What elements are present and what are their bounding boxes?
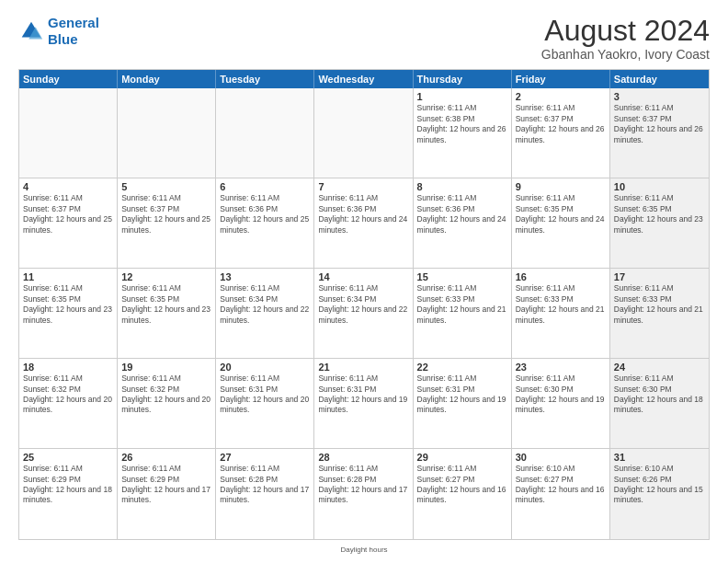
day-number: 30 (516, 452, 606, 463)
day-info: Sunrise: 6:11 AMSunset: 6:27 PMDaylight:… (417, 464, 507, 506)
calendar-header-cell: Saturday (610, 70, 709, 88)
calendar-header-cell: Friday (512, 70, 610, 88)
calendar-header-cell: Sunday (19, 70, 118, 88)
day-number: 20 (220, 362, 310, 373)
calendar-body: 1Sunrise: 6:11 AMSunset: 6:38 PMDaylight… (19, 88, 709, 539)
day-number: 11 (23, 271, 113, 282)
calendar-cell: 29Sunrise: 6:11 AMSunset: 6:27 PMDayligh… (414, 449, 512, 539)
day-number: 13 (220, 271, 310, 282)
day-info: Sunrise: 6:11 AMSunset: 6:30 PMDaylight:… (516, 373, 606, 416)
day-info: Sunrise: 6:11 AMSunset: 6:31 PMDaylight:… (417, 373, 507, 416)
calendar-cell: 17Sunrise: 6:11 AMSunset: 6:33 PMDayligh… (610, 269, 709, 358)
day-number: 18 (23, 362, 113, 373)
calendar-cell: 27Sunrise: 6:11 AMSunset: 6:28 PMDayligh… (216, 449, 314, 539)
day-number: 22 (417, 362, 507, 373)
day-info: Sunrise: 6:11 AMSunset: 6:36 PMDaylight:… (220, 193, 310, 236)
calendar-cell: 4Sunrise: 6:11 AMSunset: 6:37 PMDaylight… (19, 178, 118, 268)
day-number: 19 (121, 362, 211, 373)
calendar-cell: 13Sunrise: 6:11 AMSunset: 6:34 PMDayligh… (216, 269, 314, 358)
day-number: 2 (516, 91, 606, 102)
day-number: 25 (23, 452, 113, 463)
day-info: Sunrise: 6:11 AMSunset: 6:33 PMDaylight:… (417, 283, 507, 326)
logo-icon (18, 18, 44, 44)
day-number: 3 (614, 91, 705, 102)
calendar-cell: 12Sunrise: 6:11 AMSunset: 6:35 PMDayligh… (118, 269, 216, 358)
calendar-cell: 21Sunrise: 6:11 AMSunset: 6:31 PMDayligh… (314, 359, 413, 448)
day-number: 29 (417, 452, 507, 463)
day-number: 5 (121, 181, 211, 192)
calendar-header-cell: Monday (118, 70, 216, 88)
day-info: Sunrise: 6:11 AMSunset: 6:35 PMDaylight:… (614, 193, 705, 236)
calendar-cell: 22Sunrise: 6:11 AMSunset: 6:31 PMDayligh… (414, 359, 512, 448)
day-info: Sunrise: 6:11 AMSunset: 6:28 PMDaylight:… (220, 464, 310, 506)
calendar-cell (118, 88, 216, 178)
day-number: 9 (516, 181, 606, 192)
day-number: 8 (417, 181, 507, 192)
calendar-row: 18Sunrise: 6:11 AMSunset: 6:32 PMDayligh… (19, 359, 709, 449)
day-info: Sunrise: 6:11 AMSunset: 6:37 PMDaylight:… (23, 193, 113, 236)
day-info: Sunrise: 6:10 AMSunset: 6:27 PMDaylight:… (516, 464, 606, 506)
day-info: Sunrise: 6:11 AMSunset: 6:33 PMDaylight:… (614, 283, 705, 326)
day-info: Sunrise: 6:11 AMSunset: 6:29 PMDaylight:… (23, 464, 113, 506)
logo-text: General Blue (48, 15, 99, 48)
page: General Blue August 2024 Gbanhan Yaokro,… (0, 0, 728, 563)
day-number: 7 (318, 181, 408, 192)
main-title: August 2024 (541, 15, 710, 47)
header: General Blue August 2024 Gbanhan Yaokro,… (18, 15, 710, 62)
day-number: 14 (318, 271, 408, 282)
calendar-cell (216, 88, 314, 178)
calendar-cell: 18Sunrise: 6:11 AMSunset: 6:32 PMDayligh… (19, 359, 118, 448)
day-number: 23 (516, 362, 606, 373)
day-number: 6 (220, 181, 310, 192)
day-number: 4 (23, 181, 113, 192)
calendar-row: 25Sunrise: 6:11 AMSunset: 6:29 PMDayligh… (19, 449, 709, 539)
calendar-cell: 26Sunrise: 6:11 AMSunset: 6:29 PMDayligh… (118, 449, 216, 539)
calendar-cell: 28Sunrise: 6:11 AMSunset: 6:28 PMDayligh… (314, 449, 413, 539)
day-info: Sunrise: 6:10 AMSunset: 6:26 PMDaylight:… (614, 464, 705, 506)
calendar-cell: 2Sunrise: 6:11 AMSunset: 6:37 PMDaylight… (512, 88, 610, 178)
day-info: Sunrise: 6:11 AMSunset: 6:36 PMDaylight:… (417, 193, 507, 236)
day-number: 16 (516, 271, 606, 282)
calendar-cell (314, 88, 413, 178)
day-info: Sunrise: 6:11 AMSunset: 6:32 PMDaylight:… (121, 373, 211, 416)
calendar-header-cell: Wednesday (314, 70, 413, 88)
day-number: 1 (417, 91, 507, 102)
calendar-cell: 24Sunrise: 6:11 AMSunset: 6:30 PMDayligh… (610, 359, 709, 448)
day-info: Sunrise: 6:11 AMSunset: 6:37 PMDaylight:… (614, 103, 705, 145)
calendar-row: 1Sunrise: 6:11 AMSunset: 6:38 PMDaylight… (19, 88, 709, 178)
calendar-cell: 8Sunrise: 6:11 AMSunset: 6:36 PMDaylight… (414, 178, 512, 268)
calendar-cell: 23Sunrise: 6:11 AMSunset: 6:30 PMDayligh… (512, 359, 610, 448)
subtitle: Gbanhan Yaokro, Ivory Coast (541, 47, 710, 62)
calendar-cell: 11Sunrise: 6:11 AMSunset: 6:35 PMDayligh… (19, 269, 118, 358)
day-info: Sunrise: 6:11 AMSunset: 6:29 PMDaylight:… (121, 464, 211, 506)
calendar-cell: 25Sunrise: 6:11 AMSunset: 6:29 PMDayligh… (19, 449, 118, 539)
calendar-cell: 31Sunrise: 6:10 AMSunset: 6:26 PMDayligh… (610, 449, 709, 539)
day-info: Sunrise: 6:11 AMSunset: 6:38 PMDaylight:… (417, 103, 507, 145)
calendar-header-cell: Tuesday (216, 70, 314, 88)
day-number: 28 (318, 452, 408, 463)
calendar-cell: 9Sunrise: 6:11 AMSunset: 6:35 PMDaylight… (512, 178, 610, 268)
day-number: 12 (121, 271, 211, 282)
day-number: 17 (614, 271, 705, 282)
day-number: 26 (121, 452, 211, 463)
calendar-cell: 3Sunrise: 6:11 AMSunset: 6:37 PMDaylight… (610, 88, 709, 178)
calendar-cell: 6Sunrise: 6:11 AMSunset: 6:36 PMDaylight… (216, 178, 314, 268)
day-info: Sunrise: 6:11 AMSunset: 6:34 PMDaylight:… (318, 283, 408, 326)
calendar-cell: 19Sunrise: 6:11 AMSunset: 6:32 PMDayligh… (118, 359, 216, 448)
day-info: Sunrise: 6:11 AMSunset: 6:31 PMDaylight:… (318, 373, 408, 416)
day-number: 27 (220, 452, 310, 463)
day-info: Sunrise: 6:11 AMSunset: 6:30 PMDaylight:… (614, 373, 705, 416)
calendar-cell: 16Sunrise: 6:11 AMSunset: 6:33 PMDayligh… (512, 269, 610, 358)
calendar-cell: 15Sunrise: 6:11 AMSunset: 6:33 PMDayligh… (414, 269, 512, 358)
day-info: Sunrise: 6:11 AMSunset: 6:31 PMDaylight:… (220, 373, 310, 416)
logo: General Blue (18, 15, 99, 48)
calendar-cell (19, 88, 118, 178)
title-block: August 2024 Gbanhan Yaokro, Ivory Coast (541, 15, 710, 62)
day-info: Sunrise: 6:11 AMSunset: 6:32 PMDaylight:… (23, 373, 113, 416)
day-number: 24 (614, 362, 705, 373)
calendar-cell: 7Sunrise: 6:11 AMSunset: 6:36 PMDaylight… (314, 178, 413, 268)
day-number: 10 (614, 181, 705, 192)
day-info: Sunrise: 6:11 AMSunset: 6:37 PMDaylight:… (121, 193, 211, 236)
day-info: Sunrise: 6:11 AMSunset: 6:33 PMDaylight:… (516, 283, 606, 326)
daylight-note: Daylight hours (18, 546, 710, 554)
